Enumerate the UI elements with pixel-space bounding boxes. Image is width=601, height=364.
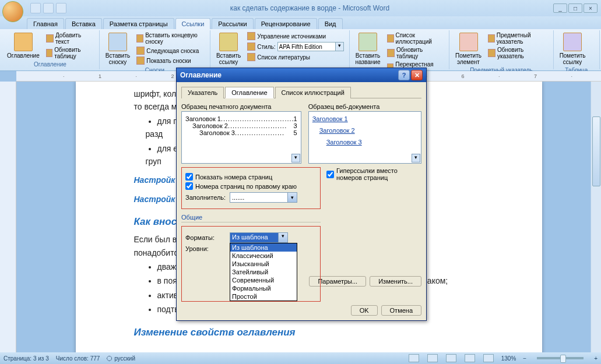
zoom-in-icon[interactable]: +: [594, 355, 598, 362]
status-page[interactable]: Страница: 3 из 3: [3, 355, 49, 362]
group-header: Общие: [181, 214, 321, 222]
format-option[interactable]: Классический: [230, 252, 297, 260]
zoom-out-icon[interactable]: −: [523, 355, 526, 362]
view-web-icon[interactable]: [446, 354, 456, 362]
tab-index[interactable]: Указатель: [181, 87, 224, 98]
tab-insert[interactable]: Вставка: [65, 18, 102, 29]
preview-print-label: Образец печатного документа: [181, 103, 301, 110]
style-combo[interactable]: Стиль: ▾: [245, 41, 345, 52]
format-option[interactable]: Изысканный: [230, 260, 297, 268]
web-link[interactable]: Заголовок 1: [312, 115, 348, 122]
right-align-numbers-checkbox[interactable]: [185, 182, 193, 190]
zoom-slider[interactable]: [537, 357, 584, 359]
scrollbar-vertical[interactable]: [591, 82, 601, 352]
dialog-tabs: Указатель Оглавление Список иллюстраций: [181, 87, 421, 98]
tab-leader-input[interactable]: [230, 192, 288, 203]
chevron-down-icon[interactable]: ▾: [412, 154, 420, 162]
show-notes[interactable]: Показать сноски: [135, 56, 206, 65]
view-draft-icon[interactable]: [483, 354, 494, 362]
add-text-button[interactable]: Добавить текст: [44, 31, 96, 45]
formats-list: Из шаблона Классический Изысканный Затей…: [230, 243, 297, 301]
format-option[interactable]: Затейливый: [230, 268, 297, 276]
toc-button[interactable]: Оглавление: [5, 31, 42, 60]
toc-dialog: Оглавление ? ✕ Указатель Оглавление Спис…: [176, 68, 427, 321]
tab-figures[interactable]: Список иллюстраций: [275, 87, 351, 98]
style-input[interactable]: [277, 42, 336, 51]
format-option[interactable]: Простой: [230, 292, 297, 301]
tab-references[interactable]: Ссылки: [175, 18, 211, 29]
help-button[interactable]: ?: [398, 70, 410, 80]
group-label: Оглавление: [5, 61, 96, 68]
web-link[interactable]: Заголовок 2: [319, 127, 355, 134]
show-page-numbers-checkbox[interactable]: [185, 173, 193, 181]
preview-web: Заголовок 1 Заголовок 2 Заголовок 3 ▾: [308, 111, 421, 164]
cancel-button[interactable]: Отмена: [381, 305, 421, 316]
tab-review[interactable]: Рецензирование: [255, 18, 317, 29]
mark-citation-button[interactable]: Пометить ссылку: [557, 31, 588, 66]
view-outline-icon[interactable]: [465, 354, 475, 362]
formats-dropdown[interactable]: Из шаблона▾ Из шаблона Классический Изыс…: [230, 232, 288, 243]
highlighted-options: Показать номера страниц Номера страниц п…: [181, 167, 321, 209]
status-words[interactable]: Число слов: 777: [56, 355, 100, 362]
view-print-layout-icon[interactable]: [409, 354, 419, 362]
save-icon[interactable]: [30, 3, 41, 13]
update-index[interactable]: Обновить указатель: [486, 46, 550, 60]
update-table2[interactable]: Обновить таблицу: [385, 46, 446, 60]
format-option[interactable]: Формальный: [230, 284, 297, 292]
hyperlinks-checkbox[interactable]: [326, 171, 334, 178]
list-figures[interactable]: Список иллюстраций: [385, 31, 446, 45]
status-lang[interactable]: 🞅 русский: [107, 355, 135, 362]
ribbon: Оглавление Добавить текст Обновить табли…: [0, 29, 601, 71]
book-icon: [14, 33, 33, 51]
update-table-button[interactable]: Обновить таблицу: [44, 46, 96, 60]
insert-citation-button[interactable]: Вставить ссылку: [214, 31, 243, 66]
redo-icon[interactable]: [56, 3, 66, 13]
close-button[interactable]: ×: [584, 3, 598, 13]
format-option[interactable]: Современный: [230, 276, 297, 284]
next-footnote[interactable]: Следующая сноска: [135, 46, 206, 55]
window-title: как сделать содержание в ворде - Microso…: [66, 4, 553, 12]
ribbon-tabs: Главная Вставка Разметка страницы Ссылки…: [0, 16, 601, 29]
web-link[interactable]: Заголовок 3: [326, 139, 362, 146]
chevron-down-icon[interactable]: ▾: [288, 192, 297, 203]
scroll-thumb[interactable]: [592, 116, 600, 186]
undo-icon[interactable]: [43, 3, 54, 13]
tab-home[interactable]: Главная: [27, 18, 64, 29]
insert-footnote-button[interactable]: Вставить сноску: [103, 31, 132, 66]
chevron-down-icon[interactable]: ▾: [291, 154, 300, 162]
ok-button[interactable]: OK: [351, 305, 378, 316]
bibliography[interactable]: Список литературы: [245, 52, 345, 62]
titlebar: как сделать содержание в ворде - Microso…: [0, 0, 601, 16]
office-button[interactable]: [2, 1, 23, 22]
dialog-titlebar[interactable]: Оглавление ? ✕: [177, 68, 426, 82]
mark-entry-button[interactable]: Пометить элемент: [453, 31, 484, 66]
minimize-button[interactable]: _: [553, 3, 567, 13]
view-reading-icon[interactable]: [427, 354, 438, 362]
statusbar: Страница: 3 из 3 Число слов: 777 🞅 русск…: [0, 352, 601, 364]
dialog-title: Оглавление: [180, 71, 222, 79]
close-icon[interactable]: ✕: [411, 70, 423, 80]
status-zoom[interactable]: 130%: [501, 355, 516, 362]
insert-caption-button[interactable]: Вставить название: [353, 31, 383, 66]
insert-index[interactable]: Предметный указатель: [486, 31, 550, 45]
manage-sources[interactable]: Управление источниками: [245, 31, 345, 41]
tab-mailings[interactable]: Рассылки: [212, 18, 253, 29]
tab-layout[interactable]: Разметка страницы: [103, 18, 174, 29]
modify-button[interactable]: Изменить...: [370, 276, 421, 287]
preview-web-label: Образец веб-документа: [308, 103, 421, 110]
tab-view[interactable]: Вид: [318, 18, 343, 29]
quick-access-toolbar: [30, 3, 66, 13]
chevron-down-icon[interactable]: ▾: [336, 42, 344, 51]
preview-print: Заголовок 1.............................…: [181, 111, 301, 164]
maximize-button[interactable]: □: [568, 3, 582, 13]
format-option[interactable]: Из шаблона: [230, 243, 297, 252]
chevron-down-icon[interactable]: ▾: [278, 233, 287, 242]
ruler-vertical[interactable]: [0, 82, 16, 352]
tab-toc[interactable]: Оглавление: [225, 87, 273, 98]
heading: Изменение свойств оглавления: [134, 324, 484, 340]
insert-endnote[interactable]: Вставить концевую сноску: [135, 31, 206, 45]
